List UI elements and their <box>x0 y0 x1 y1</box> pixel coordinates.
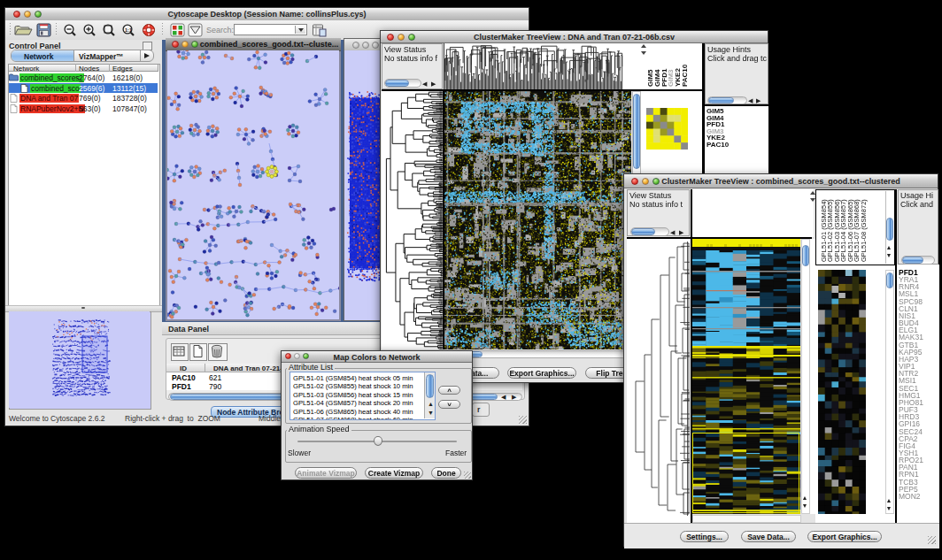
svg-text:1:1: 1:1 <box>125 27 132 33</box>
